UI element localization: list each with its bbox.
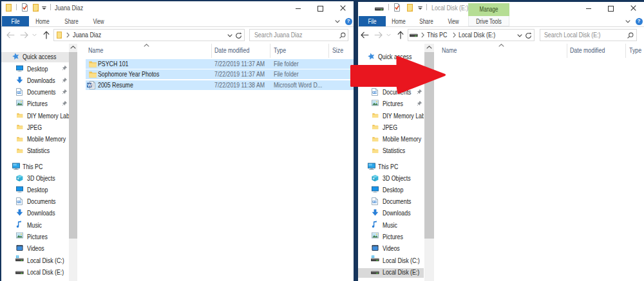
svg-text:W: W xyxy=(87,82,91,87)
